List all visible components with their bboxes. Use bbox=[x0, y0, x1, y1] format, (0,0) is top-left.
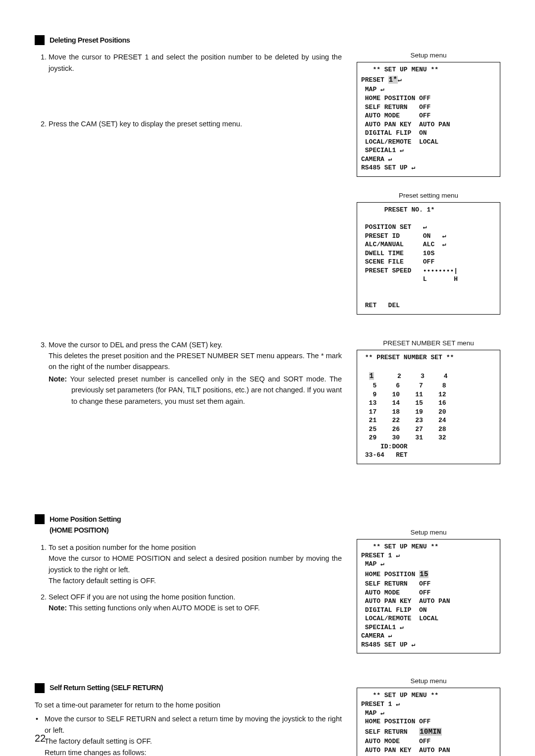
osd-preset-setting-menu: PRESET NO. 1* POSITION SET ↵ PRESET ID O… bbox=[357, 202, 500, 315]
self-bullet-list: Move the cursor to SELF RETURN and selec… bbox=[35, 713, 342, 756]
home-step-2: Select OFF if you are not using the home… bbox=[49, 592, 342, 614]
del-note-label: Note: bbox=[49, 375, 67, 383]
heading-text: Deleting Preset Positions bbox=[50, 35, 130, 46]
setup1-caption: Setup menu bbox=[357, 52, 500, 59]
section-heading-home: Home Position Setting bbox=[35, 514, 342, 525]
del-step-2: Press the CAM (SET) key to display the p… bbox=[49, 118, 342, 129]
self-intro: To set a time-out parameter for return t… bbox=[35, 700, 342, 710]
preset-setting-caption: Preset setting menu bbox=[357, 192, 500, 199]
self-bullet: Move the cursor to SELF RETURN and selec… bbox=[45, 713, 342, 756]
del-steps-3: Move the cursor to DEL and press the CAM… bbox=[35, 339, 342, 407]
heading-square-icon bbox=[35, 514, 45, 524]
heading-text-home-1: Home Position Setting bbox=[50, 514, 121, 525]
osd-setup-menu-1: ** SET UP MENU ** PRESET 1*↵ MAP ↵ HOME … bbox=[357, 62, 500, 176]
heading-text-self: Self Return Setting (SELF RETURN) bbox=[50, 682, 163, 693]
section-heading-home-2: (HOME POSITION) bbox=[35, 525, 342, 536]
home-steps: To set a position number for the home po… bbox=[35, 542, 342, 614]
preset-number-caption: PRESET NUMBER SET menu bbox=[357, 339, 500, 347]
section-heading-deleting: Deleting Preset Positions bbox=[35, 35, 500, 46]
del-step-1: Move the cursor to PRESET 1 and select t… bbox=[49, 52, 342, 74]
heading-square-icon bbox=[35, 35, 45, 45]
osd-setup-menu-2: ** SET UP MENU ** PRESET 1 ↵ MAP ↵ HOME … bbox=[357, 539, 500, 653]
osd-setup-menu-3: ** SET UP MENU ** PRESET 1 ↵ MAP ↵ HOME … bbox=[357, 688, 500, 756]
osd-preset-number-menu: ** PRESET NUMBER SET ** 1 2 3 4 5 6 7 8 … bbox=[357, 350, 500, 464]
del-steps-2: Press the CAM (SET) key to display the p… bbox=[35, 118, 342, 129]
heading-text-home-2: (HOME POSITION) bbox=[50, 525, 108, 536]
del-note-text: Your selected preset number is cancelled… bbox=[70, 375, 342, 405]
del-steps: Move the cursor to PRESET 1 and select t… bbox=[35, 52, 342, 74]
del-step-3: Move the cursor to DEL and press the CAM… bbox=[49, 339, 342, 407]
section-heading-self-return: Self Return Setting (SELF RETURN) bbox=[35, 682, 342, 693]
setup2-caption: Setup menu bbox=[357, 529, 500, 536]
page-number: 22 bbox=[35, 733, 46, 744]
del-step-3-body: Move the cursor to DEL and press the CAM… bbox=[49, 341, 342, 371]
home-note-text: This setting functions only when AUTO MO… bbox=[69, 604, 260, 612]
heading-square-icon bbox=[35, 683, 45, 693]
setup3-caption: Setup menu bbox=[357, 677, 500, 685]
home-step-2-body: Select OFF if you are not using the home… bbox=[49, 593, 235, 601]
home-note-label: Note: bbox=[49, 604, 67, 612]
home-step-1: To set a position number for the home po… bbox=[49, 542, 342, 587]
